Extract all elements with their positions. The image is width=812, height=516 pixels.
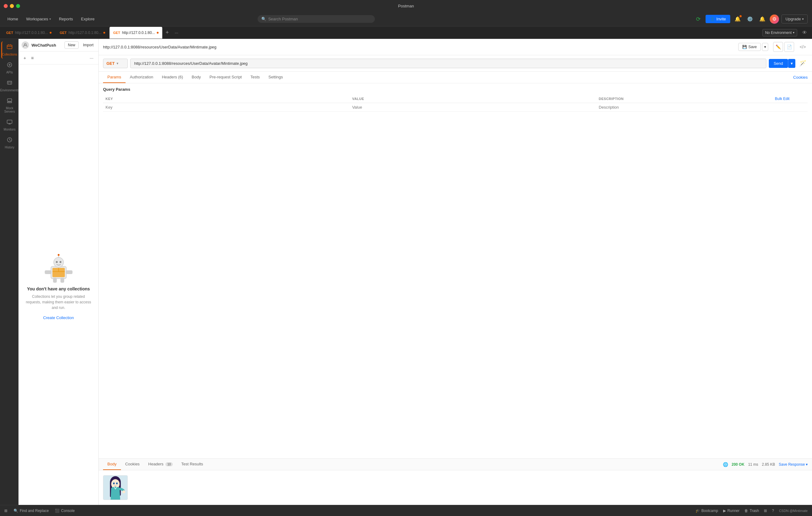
nav-home[interactable]: Home — [4, 15, 21, 23]
url-input[interactable] — [130, 59, 766, 68]
mock-servers-icon — [6, 97, 13, 105]
collections-label: Collections — [2, 53, 17, 56]
tab-settings[interactable]: Settings — [264, 71, 287, 83]
params-section: Query Params KEY VALUE DESCRIPTION Bulk … — [99, 83, 812, 115]
minimize-button[interactable] — [10, 4, 14, 8]
upgrade-button[interactable]: Upgrade ▾ — [781, 15, 808, 24]
close-button[interactable] — [4, 4, 8, 8]
resp-tab-headers[interactable]: Headers 10 — [144, 459, 177, 470]
save-button[interactable]: 💾 Save — [738, 43, 761, 51]
new-button[interactable]: New — [64, 41, 79, 49]
find-replace-button[interactable]: 🔍 Find and Replace — [13, 509, 49, 513]
sidebar-item-mock-servers[interactable]: Mock Servers — [1, 95, 17, 116]
help-button[interactable]: ? — [772, 509, 774, 513]
nav-workspaces[interactable]: Workspaces ▾ — [23, 15, 54, 23]
filter-button[interactable]: ≡ — [30, 55, 35, 61]
bootcamp-button[interactable]: 🎓 Bootcamp — [695, 509, 718, 513]
runner-button[interactable]: ▶ Runner — [723, 509, 740, 513]
environments-icon — [6, 80, 13, 87]
tab-headers[interactable]: Headers (6) — [158, 71, 187, 83]
description-icon[interactable]: 📄 — [784, 42, 794, 52]
svg-rect-2 — [7, 81, 12, 84]
send-dropdown-button[interactable]: ▾ — [788, 59, 795, 68]
value-column-header: VALUE — [350, 95, 596, 103]
svg-rect-17 — [66, 270, 72, 274]
spacer — [99, 115, 812, 458]
tab-params[interactable]: Params — [103, 71, 125, 83]
nav-reports[interactable]: Reports — [56, 15, 76, 23]
resp-tab-cookies[interactable]: Cookies — [121, 459, 144, 470]
description-input[interactable] — [599, 105, 770, 110]
resp-tab-test-results[interactable]: Test Results — [177, 459, 208, 470]
resp-tab-body[interactable]: Body — [103, 459, 121, 470]
nav-explore[interactable]: Explore — [78, 15, 98, 23]
mock-servers-label: Mock Servers — [3, 107, 16, 113]
method-chevron-icon: ▾ — [117, 62, 118, 65]
more-options-button[interactable]: ··· — [88, 55, 95, 61]
import-button[interactable]: Import — [81, 42, 95, 49]
edit-icon[interactable]: ✏️ — [773, 42, 783, 52]
sidebar-toggle-button[interactable]: ⊞ — [4, 509, 7, 513]
trash-button[interactable]: 🗑 Trash — [745, 509, 759, 513]
search-icon: 🔍 — [261, 17, 266, 21]
console-button[interactable]: ⬛ Console — [55, 509, 75, 513]
grid-icon: ⊞ — [764, 509, 767, 513]
tab-3[interactable]: GET http://127.0.0.1:80... — [110, 27, 162, 38]
more-tabs-button[interactable]: ··· — [172, 29, 181, 36]
sidebar-item-apis[interactable]: APIs — [1, 59, 17, 77]
profile-icon[interactable]: ⚙ — [770, 15, 779, 24]
svg-point-28 — [122, 490, 125, 493]
svg-rect-14 — [53, 278, 57, 283]
sidebar-item-collections[interactable]: Collections — [1, 41, 17, 59]
sidebar-item-history[interactable]: History — [1, 134, 17, 151]
sidebar-item-monitors[interactable]: Monitors — [1, 116, 17, 134]
tab-pre-request-script[interactable]: Pre-request Script — [205, 71, 246, 83]
request-header: http://127.0.0.1:8088/resources/UserData… — [99, 39, 812, 55]
sync-icon[interactable]: ⟳ — [693, 14, 703, 24]
tab-2[interactable]: GET http://127.0.0.1:80... — [56, 27, 109, 38]
save-response-chevron-icon: ▾ — [806, 462, 808, 467]
query-params-title: Query Params — [103, 87, 808, 92]
save-response-button[interactable]: Save Response ▾ — [779, 462, 808, 467]
svg-rect-3 — [7, 99, 12, 101]
svg-rect-4 — [7, 102, 12, 103]
title-bar: Postman — [0, 0, 812, 12]
add-collection-button[interactable]: + — [22, 55, 27, 61]
invite-button[interactable]: 👤 Invite — [705, 15, 730, 23]
traffic-lights — [4, 4, 20, 8]
params-table: KEY VALUE DESCRIPTION Bulk Edit — [103, 95, 808, 112]
grid-button[interactable]: ⊞ — [764, 509, 767, 513]
sidebar-toggle-icon: ⊞ — [4, 509, 7, 513]
sidebar-item-environments[interactable]: Environments — [1, 77, 17, 94]
tab-method-2: GET — [60, 31, 67, 34]
magic-wand-icon[interactable]: 🪄 — [798, 58, 808, 68]
create-collection-link[interactable]: Create Collection — [43, 315, 74, 320]
bootcamp-icon: 🎓 — [695, 509, 700, 513]
app-title: Postman — [398, 4, 414, 8]
key-input[interactable] — [106, 105, 347, 110]
history-icon — [6, 137, 13, 144]
invite-icon: 👤 — [710, 17, 715, 21]
environment-select[interactable]: No Environment ▾ — [762, 29, 797, 36]
tab-authorization[interactable]: Authorization — [125, 71, 158, 83]
help-icon: ? — [772, 509, 774, 513]
tab-body[interactable]: Body — [187, 71, 205, 83]
code-icon[interactable]: </> — [798, 42, 808, 52]
alert-icon[interactable]: 🔔 — [757, 14, 767, 24]
value-input[interactable] — [352, 105, 593, 110]
tab-1[interactable]: GET http://127.0.0.1:80... — [2, 27, 55, 38]
bulk-edit-button[interactable]: Bulk Edit — [775, 96, 789, 101]
response-section: Body Cookies Headers 10 Test Results 🌐 2… — [99, 458, 812, 505]
tab-tests[interactable]: Tests — [246, 71, 264, 83]
notification-icon[interactable]: 🔔 — [733, 14, 743, 24]
eye-icon[interactable]: 👁 — [800, 28, 810, 38]
fullscreen-button[interactable] — [16, 4, 20, 8]
cookies-link[interactable]: Cookies — [793, 75, 808, 80]
save-dropdown-button[interactable]: ▾ — [762, 43, 768, 51]
send-button[interactable]: Send — [769, 59, 788, 68]
new-tab-button[interactable]: + — [163, 28, 172, 37]
settings-icon[interactable]: ⚙️ — [745, 14, 755, 24]
search-bar[interactable]: 🔍 Search Postman — [258, 15, 375, 23]
method-select[interactable]: GET ▾ — [103, 59, 128, 68]
save-icon: 💾 — [742, 45, 747, 49]
